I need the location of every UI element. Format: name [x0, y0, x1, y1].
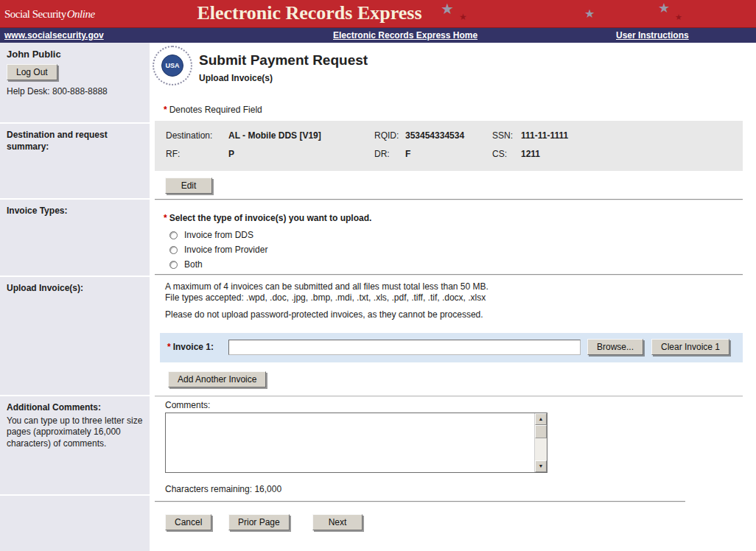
invoice1-file-input[interactable] — [228, 340, 581, 355]
site-title: Electronic Records Express — [0, 2, 619, 24]
upload-rule-file-types: File types accepted: .wpd, .doc, .jpg, .… — [165, 292, 486, 303]
star-icon: ★ — [675, 13, 682, 21]
invoice-type-option-both[interactable]: Both — [169, 259, 203, 270]
add-another-invoice-button[interactable]: Add Another Invoice — [168, 371, 266, 387]
logout-button[interactable]: Log Out — [7, 64, 57, 80]
invoice-type-prompt-text: Select the type of invoice(s) you want t… — [169, 213, 372, 223]
radio-button-provider[interactable] — [169, 246, 178, 254]
next-button[interactable]: Next — [312, 514, 363, 530]
dr-value: F — [405, 149, 410, 159]
radio-label-both: Both — [184, 259, 203, 270]
characters-remaining-text: Characters remaining: 16,000 — [165, 484, 281, 494]
comments-textarea[interactable] — [166, 413, 534, 472]
scrollbar-track[interactable] — [535, 438, 547, 460]
page: Social SecurityOnline Electronic Records… — [0, 0, 756, 551]
radio-label-dds: Invoice from DDS — [184, 230, 253, 240]
required-asterisk: * — [164, 213, 167, 223]
rf-value: P — [228, 149, 234, 159]
sidebar-heading-comments: Additional Comments: — [7, 402, 143, 414]
sidebar-user-section: John Public Log Out Help Desk: 800-888-8… — [0, 43, 150, 122]
cancel-button[interactable]: Cancel — [165, 514, 211, 530]
sidebar-section-upload: Upload Invoice(s): — [0, 277, 150, 395]
star-icon: ★ — [441, 1, 454, 16]
required-field-note: *Denotes Required Field — [164, 105, 262, 115]
sidebar-heading-destination: Destination and request summary: — [7, 130, 143, 152]
help-desk-text: Help Desk: 800-888-8888 — [7, 86, 143, 96]
required-asterisk: * — [164, 105, 167, 115]
radio-button-dds[interactable] — [169, 231, 178, 239]
cs-label: CS: — [492, 149, 507, 159]
radio-label-provider: Invoice from Provider — [184, 245, 267, 255]
user-name: John Public — [7, 49, 143, 60]
request-summary-box: Destination: AL - Mobile DDS [V19] RQID:… — [155, 121, 743, 171]
ssa-seal-center: USA — [161, 55, 183, 77]
sidebar: John Public Log Out Help Desk: 800-888-8… — [0, 43, 150, 551]
dr-label: DR: — [374, 149, 390, 159]
radio-button-both[interactable] — [169, 261, 178, 269]
required-note-text: Denotes Required Field — [169, 105, 262, 115]
invoice-type-option-dds[interactable]: Invoice from DDS — [169, 229, 253, 241]
ssn-label: SSN: — [492, 130, 513, 141]
top-navbar: www.socialsecurity.gov Electronic Record… — [0, 28, 756, 43]
destination-value: AL - Mobile DDS [V19] — [228, 130, 321, 141]
star-icon: ★ — [459, 13, 467, 21]
section-divider — [155, 199, 743, 200]
comments-textarea-frame: ▲ ▼ — [165, 413, 547, 473]
page-title: Submit Payment Request — [199, 52, 368, 69]
section-divider — [155, 274, 743, 276]
destination-label: Destination: — [166, 130, 212, 141]
header-banner: Social SecurityOnline Electronic Records… — [0, 0, 756, 28]
scrollbar-thumb[interactable] — [535, 425, 547, 438]
rf-label: RF: — [166, 149, 180, 159]
edit-button[interactable]: Edit — [165, 178, 212, 194]
nav-link-socialsecurity-gov[interactable]: www.socialsecurity.gov — [4, 30, 104, 41]
required-asterisk: * — [167, 342, 171, 352]
star-icon: ★ — [658, 1, 670, 15]
sidebar-comments-help-text: You can type up to three letter size pag… — [7, 415, 143, 450]
ssn-value: 111-11-1111 — [521, 130, 568, 141]
sidebar-section-destination: Destination and request summary: — [0, 124, 150, 198]
ssa-seal-icon: USA — [153, 46, 192, 85]
rqid-value: 353454334534 — [405, 130, 464, 141]
section-divider — [155, 396, 743, 397]
sidebar-section-comments: Additional Comments: You can type up to … — [0, 396, 150, 494]
sidebar-filler-section — [0, 496, 150, 551]
invoice1-label-text: Invoice 1: — [173, 342, 214, 352]
footer-divider — [155, 501, 685, 502]
sidebar-heading-upload: Upload Invoice(s): — [7, 283, 143, 295]
invoice-type-prompt: *Select the type of invoice(s) you want … — [164, 213, 371, 223]
page-subtitle: Upload Invoice(s) — [199, 73, 273, 83]
prior-page-button[interactable]: Prior Page — [228, 514, 290, 530]
sidebar-heading-invoice-types: Invoice Types: — [7, 206, 143, 217]
upload-rule-max-invoices: A maximum of 4 invoices can be submitted… — [165, 281, 489, 292]
cs-value: 1211 — [521, 149, 540, 159]
star-icon: ★ — [584, 8, 595, 20]
upload-rule-password: Please do not upload password-protected … — [165, 309, 483, 320]
comments-label: Comments: — [165, 400, 210, 410]
nav-link-ere-home[interactable]: Electronic Records Express Home — [333, 30, 477, 41]
invoice-type-option-provider[interactable]: Invoice from Provider — [169, 244, 267, 256]
scroll-up-icon[interactable]: ▲ — [535, 413, 547, 425]
sidebar-section-invoice-types: Invoice Types: — [0, 200, 150, 276]
comments-scrollbar[interactable]: ▲ ▼ — [534, 413, 547, 472]
clear-invoice1-button[interactable]: Clear Invoice 1 — [651, 339, 729, 355]
nav-link-user-instructions[interactable]: User Instructions — [616, 30, 689, 41]
invoice1-label: *Invoice 1: — [167, 342, 214, 352]
browse-button[interactable]: Browse... — [587, 339, 643, 355]
rqid-label: RQID: — [374, 130, 399, 141]
scroll-down-icon[interactable]: ▼ — [535, 460, 547, 472]
